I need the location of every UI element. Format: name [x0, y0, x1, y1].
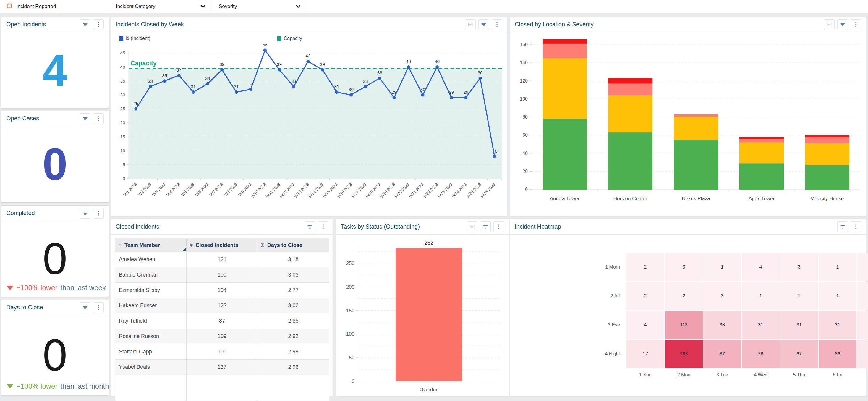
- kebab-menu-button[interactable]: [93, 208, 104, 219]
- bar-segment[interactable]: [805, 135, 849, 137]
- heatmap-cell[interactable]: 1: [780, 282, 818, 310]
- filter-button[interactable]: [837, 221, 848, 232]
- expand-button[interactable]: [467, 221, 477, 232]
- data-point[interactable]: [192, 91, 195, 94]
- table-row[interactable]: Ysabel Beals1372.96: [115, 360, 329, 375]
- heatmap-cell[interactable]: 31: [780, 311, 818, 339]
- table-row[interactable]: Hakeem Edscer1233.02: [115, 298, 329, 313]
- filter-button[interactable]: [480, 221, 491, 232]
- filter-button[interactable]: [478, 19, 489, 30]
- column-header[interactable]: #Closed Incidents: [187, 238, 258, 252]
- heatmap-cell[interactable]: 3: [703, 282, 741, 310]
- data-point[interactable]: [249, 88, 252, 91]
- bar-segment[interactable]: [608, 95, 652, 133]
- data-point[interactable]: [378, 76, 381, 80]
- heatmap-cell[interactable]: 1: [857, 253, 868, 281]
- heatmap-cell[interactable]: 1: [742, 282, 780, 310]
- heatmap-cell[interactable]: 4: [742, 253, 780, 281]
- filter-button[interactable]: [80, 302, 90, 313]
- filter-incident-reported[interactable]: Incident Reported: [0, 0, 110, 13]
- kebab-menu-button[interactable]: [850, 221, 861, 232]
- heatmap-cell[interactable]: 67: [780, 340, 818, 368]
- heatmap-cell[interactable]: 2: [626, 282, 664, 310]
- filter-incident-category[interactable]: Incident Category: [110, 0, 212, 13]
- data-point[interactable]: [321, 68, 324, 71]
- data-point[interactable]: [407, 65, 410, 69]
- legend-item-capacity[interactable]: Capacity: [277, 36, 302, 41]
- data-point[interactable]: [235, 91, 238, 94]
- data-point[interactable]: [206, 82, 209, 86]
- table-row[interactable]: Staffard Gapp1002.99: [115, 344, 329, 360]
- table-row[interactable]: Ezmeralda Slisby1042.77: [115, 283, 329, 298]
- kebab-menu-button[interactable]: [318, 221, 329, 232]
- bar-segment[interactable]: [608, 78, 652, 83]
- heatmap-cell[interactable]: 1: [818, 253, 857, 281]
- heatmap-cell[interactable]: 3: [780, 253, 818, 281]
- data-point[interactable]: [421, 93, 425, 96]
- heatmap-cell[interactable]: 113: [665, 311, 703, 339]
- data-point[interactable]: [292, 85, 296, 88]
- bar-segment[interactable]: [674, 117, 718, 140]
- heatmap-cell[interactable]: 86: [818, 340, 857, 368]
- data-point[interactable]: [264, 49, 267, 52]
- kebab-menu-button[interactable]: [93, 113, 104, 124]
- heatmap-cell[interactable]: 7: [857, 311, 868, 339]
- heatmap-cell[interactable]: 87: [703, 340, 741, 368]
- data-point[interactable]: [163, 79, 166, 83]
- table-row[interactable]: Amalea Weben1213.18: [115, 252, 329, 267]
- heatmap-cell[interactable]: 4: [626, 311, 664, 339]
- bar-segment[interactable]: [674, 115, 718, 117]
- data-point[interactable]: [392, 96, 396, 99]
- bar-segment[interactable]: [805, 137, 849, 143]
- kebab-menu-button[interactable]: [850, 19, 861, 30]
- filter-button[interactable]: [837, 19, 848, 30]
- table-row[interactable]: Babbie Grennan1003.03: [115, 267, 329, 283]
- bar-segment[interactable]: [542, 39, 587, 44]
- bar-segment[interactable]: [739, 143, 784, 163]
- data-point[interactable]: [177, 74, 181, 77]
- kebab-menu-button[interactable]: [493, 221, 504, 232]
- expand-button[interactable]: [824, 19, 835, 30]
- data-point[interactable]: [450, 96, 453, 99]
- data-point[interactable]: [306, 60, 310, 63]
- data-point[interactable]: [335, 91, 338, 94]
- data-point[interactable]: [134, 107, 137, 111]
- heatmap-cell[interactable]: 263: [665, 340, 703, 368]
- filter-severity[interactable]: Severity: [212, 0, 307, 13]
- heatmap-cell[interactable]: 1: [818, 282, 857, 310]
- bar-segment[interactable]: [542, 119, 587, 190]
- bar-segment[interactable]: [608, 132, 652, 190]
- bar-segment[interactable]: [674, 140, 718, 190]
- data-point[interactable]: [435, 65, 439, 69]
- bar[interactable]: [396, 248, 462, 381]
- bar-segment[interactable]: [739, 163, 784, 190]
- bar-segment[interactable]: [739, 139, 784, 143]
- filter-button[interactable]: [80, 113, 90, 124]
- heatmap-cell[interactable]: 17: [626, 340, 664, 368]
- data-point[interactable]: [278, 68, 281, 71]
- data-point[interactable]: [493, 155, 496, 158]
- filter-button[interactable]: [305, 221, 315, 232]
- heatmap-cell[interactable]: 2: [626, 253, 664, 281]
- data-point[interactable]: [464, 96, 467, 99]
- kebab-menu-button[interactable]: [93, 302, 104, 313]
- heatmap-cell[interactable]: 13: [857, 340, 868, 368]
- heatmap-cell[interactable]: 1: [857, 282, 868, 310]
- filter-button[interactable]: [80, 19, 90, 30]
- data-point[interactable]: [220, 68, 223, 71]
- bar-segment[interactable]: [805, 165, 849, 190]
- data-point[interactable]: [349, 93, 353, 96]
- legend-item-incident[interactable]: id (Incident): [119, 36, 151, 41]
- data-point[interactable]: [149, 85, 152, 88]
- heatmap-cell[interactable]: 76: [742, 340, 780, 368]
- kebab-menu-button[interactable]: [93, 19, 104, 30]
- heatmap-cell[interactable]: 31: [818, 311, 857, 339]
- bar-segment[interactable]: [805, 144, 849, 165]
- expand-button[interactable]: [465, 19, 476, 30]
- table-row[interactable]: Ray Tuffield872.85: [115, 313, 329, 329]
- bar-segment[interactable]: [739, 137, 784, 139]
- heatmap-cell[interactable]: 2: [665, 282, 703, 310]
- data-point[interactable]: [364, 85, 367, 88]
- filter-button[interactable]: [80, 208, 90, 219]
- bar-segment[interactable]: [542, 44, 587, 58]
